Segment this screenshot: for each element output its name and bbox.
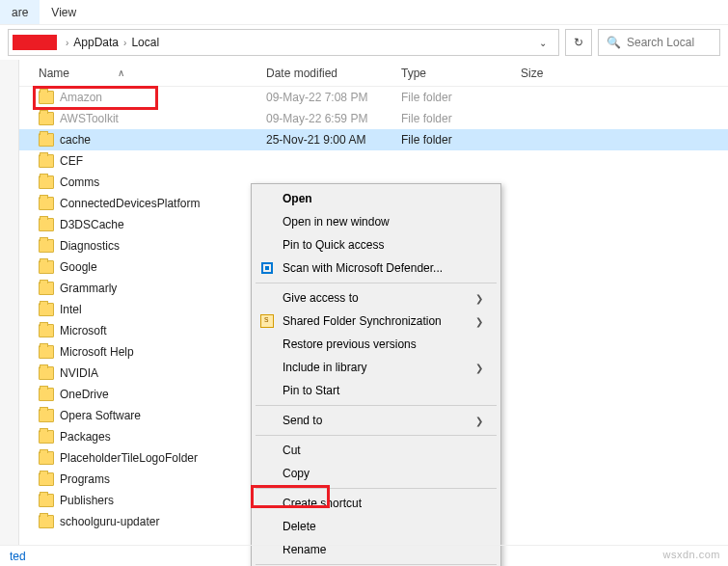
- statusbar-text: ted: [10, 550, 26, 563]
- folder-icon: [39, 133, 54, 147]
- breadcrumb-sep-icon: ›: [123, 38, 126, 48]
- file-name: CEF: [60, 154, 266, 168]
- file-name: ConnectedDevicesPlatform: [60, 197, 266, 210]
- cm-delete[interactable]: Delete: [254, 515, 499, 538]
- file-name: Microsoft Help: [60, 345, 266, 359]
- cm-restore-versions[interactable]: Restore previous versions: [254, 333, 499, 356]
- file-type: File folder: [401, 133, 521, 147]
- folder-icon: [39, 409, 54, 422]
- cm-label: Include in library: [283, 361, 366, 374]
- cm-open[interactable]: Open: [254, 187, 499, 210]
- sort-arrow-icon: ∧: [118, 67, 124, 78]
- cm-create-shortcut[interactable]: Create shortcut: [254, 492, 499, 515]
- file-type: File folder: [401, 112, 521, 125]
- folder-icon: [39, 239, 54, 253]
- cm-label: Scan with Microsoft Defender...: [283, 261, 443, 275]
- folder-icon: [39, 260, 54, 274]
- file-name: Opera Software: [60, 409, 266, 422]
- cm-separator: [256, 435, 497, 436]
- file-row[interactable]: AWSToolkit09-May-22 6:59 PMFile folder: [19, 108, 728, 129]
- file-name: NVIDIA: [60, 366, 266, 380]
- chevron-right-icon: ❯: [475, 416, 483, 426]
- toolbar: › AppData › Local ⌄ ↻ 🔍 Search Local: [0, 25, 728, 60]
- folder-icon: [39, 345, 54, 359]
- file-name: Grammarly: [60, 282, 266, 295]
- cm-label: Send to: [283, 414, 322, 427]
- sync-icon: [259, 313, 275, 329]
- folder-icon: [39, 175, 54, 189]
- search-placeholder: Search Local: [627, 36, 694, 49]
- statusbar: ted: [0, 545, 728, 566]
- breadcrumb-item-appdata[interactable]: AppData: [73, 36, 119, 49]
- column-headers: Name ∧ Date modified Type Size: [19, 60, 728, 87]
- breadcrumb-item-local[interactable]: Local: [131, 36, 159, 49]
- folder-icon: [39, 366, 54, 380]
- breadcrumb[interactable]: › AppData › Local ⌄: [8, 29, 559, 56]
- breadcrumb-dropdown-icon[interactable]: ⌄: [531, 38, 554, 48]
- folder-icon: [39, 472, 54, 486]
- cm-open-new-window[interactable]: Open in new window: [254, 210, 499, 233]
- folder-icon: [39, 154, 54, 168]
- cm-include-library[interactable]: Include in library ❯: [254, 356, 499, 379]
- column-date[interactable]: Date modified: [266, 67, 401, 80]
- cm-separator: [256, 488, 497, 489]
- file-date: 09-May-22 6:59 PM: [266, 112, 401, 125]
- watermark: wsxdn.com: [662, 549, 720, 560]
- folder-icon: [39, 324, 54, 337]
- cm-cut[interactable]: Cut: [254, 439, 499, 462]
- refresh-button[interactable]: ↻: [565, 29, 592, 56]
- folder-icon: [39, 515, 54, 528]
- cm-give-access[interactable]: Give access to ❯: [254, 286, 499, 310]
- menubar: are View: [0, 0, 728, 25]
- file-name: Programs: [60, 472, 266, 486]
- cm-label: Shared Folder Synchronization: [283, 314, 442, 328]
- breadcrumb-sep-icon: ›: [66, 38, 68, 48]
- column-size[interactable]: Size: [521, 67, 598, 80]
- folder-icon: [39, 303, 54, 316]
- cm-separator: [256, 405, 497, 406]
- file-row[interactable]: Amazon09-May-22 7:08 PMFile folder: [19, 87, 728, 108]
- cm-shared-sync[interactable]: Shared Folder Synchronization ❯: [254, 310, 499, 333]
- file-name: PlaceholderTileLogoFolder: [60, 451, 266, 465]
- file-name: Publishers: [60, 494, 266, 507]
- cm-pin-start[interactable]: Pin to Start: [254, 379, 499, 402]
- breadcrumb-redacted: [13, 35, 57, 50]
- column-name-label: Name: [39, 67, 69, 80]
- cm-copy[interactable]: Copy: [254, 462, 499, 485]
- menu-view[interactable]: View: [40, 0, 88, 24]
- file-name: OneDrive: [60, 388, 266, 401]
- file-date: 09-May-22 7:08 PM: [266, 91, 401, 104]
- folder-icon: [39, 91, 54, 104]
- cm-scan-defender[interactable]: Scan with Microsoft Defender...: [254, 256, 499, 280]
- folder-icon: [39, 282, 54, 295]
- file-name: Intel: [60, 303, 266, 316]
- column-type[interactable]: Type: [401, 67, 521, 80]
- file-name: Google: [60, 260, 266, 274]
- folder-icon: [39, 388, 54, 401]
- folder-icon: [39, 494, 54, 507]
- cm-pin-quick-access[interactable]: Pin to Quick access: [254, 233, 499, 256]
- cm-label: Give access to: [283, 291, 359, 305]
- file-type: File folder: [401, 91, 521, 104]
- cm-send-to[interactable]: Send to ❯: [254, 409, 499, 432]
- sidebar-strip: [0, 60, 19, 545]
- file-name: D3DSCache: [60, 218, 266, 231]
- file-name: AWSToolkit: [60, 112, 266, 125]
- folder-icon: [39, 451, 54, 465]
- chevron-right-icon: ❯: [475, 316, 483, 327]
- file-name: Diagnostics: [60, 239, 266, 253]
- context-menu: Open Open in new window Pin to Quick acc…: [251, 183, 501, 566]
- search-icon: 🔍: [607, 36, 621, 49]
- file-row[interactable]: CEF: [19, 150, 728, 172]
- search-input[interactable]: 🔍 Search Local: [598, 29, 720, 56]
- folder-icon: [39, 218, 54, 231]
- folder-icon: [39, 112, 54, 125]
- file-date: 25-Nov-21 9:00 AM: [266, 133, 401, 147]
- file-name: Amazon: [60, 91, 266, 104]
- file-row[interactable]: cache25-Nov-21 9:00 AMFile folder: [19, 129, 728, 150]
- menu-share[interactable]: are: [0, 0, 40, 24]
- folder-icon: [39, 430, 54, 444]
- column-name[interactable]: Name ∧: [19, 67, 266, 80]
- file-name: Comms: [60, 175, 266, 189]
- file-name: schoolguru-updater: [60, 515, 266, 528]
